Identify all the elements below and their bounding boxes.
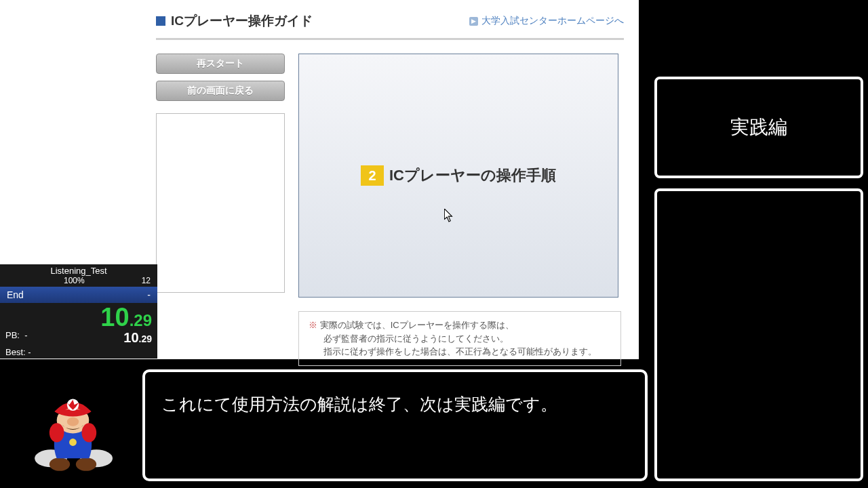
timer-whole: 10 (100, 303, 129, 331)
segment-name: End (7, 289, 24, 300)
pb-row: PB: - 10.29 (0, 330, 157, 347)
page-title-wrap: ICプレーヤー操作ガイド (156, 12, 313, 30)
step-number-badge: 2 (361, 165, 384, 186)
mario-sprite (27, 385, 119, 473)
link-arrow-icon: ▶ (469, 17, 478, 26)
page-title: ICプレーヤー操作ガイド (171, 12, 313, 30)
pb-time-dec: .29 (139, 333, 152, 344)
progress-percent: 100% (64, 276, 85, 285)
svg-point-9 (82, 423, 97, 442)
best-label: Best: (5, 347, 26, 357)
svg-point-4 (69, 439, 77, 446)
dialog-box: これにて使用方法の解説は終了、次は実践編です。 (142, 369, 648, 481)
pb-label: PB: (5, 330, 20, 340)
warning-box: ※ 実際の試験では、ICプレーヤーを操作する際は、 必ず監督者の指示に従うように… (298, 311, 621, 366)
timer-decimal: .29 (130, 311, 152, 329)
warning-line-2: 必ず監督者の指示に従うようにしてください。 (323, 332, 509, 346)
warning-line-1: 実際の試験では、ICプレーヤーを操作する際は、 (320, 320, 514, 330)
cursor-icon (444, 209, 454, 222)
dialog-text: これにて使用方法の解説は終了、次は実践編です。 (161, 392, 629, 416)
main-timer: 10.29 (0, 303, 157, 330)
warning-mark: ※ (309, 320, 317, 330)
step-heading: 2 ICプレーヤーの操作手順 (361, 165, 556, 186)
step-title-text: ICプレーヤーの操作手順 (389, 165, 556, 186)
attempt-count: 12 (142, 276, 151, 285)
link-text: 大学入試センターホームページへ (481, 15, 624, 27)
current-segment-row: End - (0, 287, 157, 303)
svg-point-3 (76, 458, 96, 471)
svg-point-2 (50, 458, 70, 471)
side-panel-top: 実践編 (654, 77, 863, 178)
livesplit-panel: Listening_Test 100% 12 End - 10.29 PB: -… (0, 264, 157, 359)
warning-line-3: 指示に従わず操作をした場合は、不正行為となる可能性があります。 (323, 345, 597, 359)
square-icon (156, 16, 165, 26)
left-column: 再スタート 前の画面に戻る (156, 54, 285, 298)
side-top-label: 実践編 (730, 115, 787, 140)
back-button[interactable]: 前の画面に戻る (156, 81, 285, 101)
content-area: 再スタート 前の画面に戻る 2 ICプレーヤーの操作手順 (156, 54, 624, 298)
side-content-box (156, 113, 285, 293)
external-link[interactable]: ▶ 大学入試センターホームページへ (469, 15, 624, 27)
run-subtitle: 100% 12 (0, 276, 157, 287)
best-row: Best: - (0, 347, 157, 359)
main-panel: 2 ICプレーヤーの操作手順 (298, 54, 618, 298)
run-title: Listening_Test (0, 264, 157, 276)
restart-button[interactable]: 再スタート (156, 54, 285, 74)
segment-delta: - (147, 289, 151, 300)
svg-point-8 (50, 423, 64, 442)
pb-time-whole: 10 (123, 330, 138, 345)
side-panel-bottom (654, 188, 863, 481)
svg-point-6 (67, 418, 79, 426)
page-header: ICプレーヤー操作ガイド ▶ 大学入試センターホームページへ (156, 12, 624, 40)
pb-value: - (24, 330, 27, 340)
best-value: - (28, 347, 31, 357)
